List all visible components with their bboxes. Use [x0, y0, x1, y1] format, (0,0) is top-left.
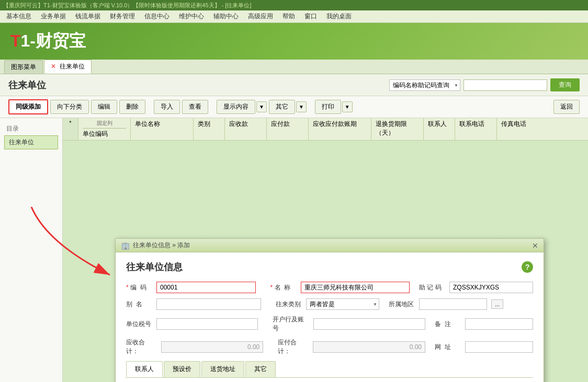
sidebar-category-label: 目录: [4, 122, 58, 135]
th-code: 单位编码: [83, 130, 108, 138]
code-label: * 编 码: [126, 283, 152, 292]
logo-rest: 1-财贸宝: [21, 31, 86, 50]
logo-t: T: [10, 31, 21, 50]
title-bar: 【重庆阿可云】T1-财贸宝体验版（客户端 V.10.0）【限时体验版使用期限还剩…: [0, 0, 588, 10]
alias-label: 别 名: [126, 300, 152, 309]
print-button[interactable]: 打印: [315, 100, 341, 114]
code-input[interactable]: [156, 282, 256, 293]
tab-partners[interactable]: ✕ 往来单位: [44, 60, 92, 74]
menu-window[interactable]: 窗口: [300, 11, 321, 22]
menu-cash-flow[interactable]: 钱流单据: [71, 11, 105, 22]
form-row-2: 别 名 往来类别 两者皆是 所属地区 ...: [126, 298, 533, 310]
alias-input[interactable]: [156, 298, 261, 310]
view-button[interactable]: 查看: [182, 100, 208, 114]
menu-finance[interactable]: 财务管理: [106, 11, 139, 22]
menu-info-center[interactable]: 信息中心: [140, 11, 174, 22]
display-button[interactable]: 显示内容: [217, 100, 255, 114]
th-period: 应收应付款账期: [309, 118, 371, 140]
th-recv: 应收款: [225, 118, 267, 140]
search-input[interactable]: [463, 79, 547, 91]
dialog-titlebar: 🏢 往来单位信息 » 添加 ✕: [116, 239, 544, 252]
page-header: 往来单位 编码名称助记码查询 查询: [0, 74, 588, 96]
tab-other[interactable]: 其它: [245, 361, 276, 377]
logo-area: T1-财贸宝: [0, 23, 588, 60]
th-type: 类别: [194, 118, 225, 140]
page-title: 往来单位: [8, 79, 46, 91]
menu-help[interactable]: 帮助: [278, 11, 299, 22]
help-icon[interactable]: ?: [522, 261, 533, 273]
other-arrow-button[interactable]: ▼: [296, 101, 307, 112]
classify-down-button[interactable]: 向下分类: [50, 100, 89, 114]
th-name: 单位名称: [131, 118, 194, 140]
fixed-col-label: 固定列: [83, 120, 126, 129]
dialog-title: 往来单位信息 » 添加: [133, 241, 190, 250]
menu-advanced[interactable]: 高级应用: [244, 11, 277, 22]
th-asterisk: *: [63, 118, 78, 140]
delete-button[interactable]: 删除: [119, 100, 145, 114]
tab-preset-price[interactable]: 预设价: [164, 361, 200, 377]
recv-sum-label: 应收合计：: [126, 338, 157, 356]
toolbar: 同级添加 向下分类 编辑 删除 导入 查看 显示内容 ▼ 其它 ▼ 打印 ▼ 返…: [0, 96, 588, 118]
menu-desktop[interactable]: 我的桌面: [322, 11, 356, 22]
tax-label: 单位税号: [126, 320, 152, 329]
search-dropdown[interactable]: 编码名称助记码查询: [389, 79, 460, 91]
region-label: 所属地区: [389, 300, 415, 309]
form-row-4: 应收合计： 应付合计： 网 址: [126, 338, 533, 356]
region-input[interactable]: [419, 298, 487, 310]
tab-delivery-address[interactable]: 送货地址: [201, 361, 244, 377]
print-arrow-button[interactable]: ▼: [342, 101, 353, 112]
assist-input[interactable]: [449, 282, 533, 293]
menu-maintain[interactable]: 维护中心: [175, 11, 208, 22]
dialog-tabs: 联系人 预设价 送货地址 其它: [126, 361, 533, 378]
tab-graphic-menu[interactable]: 图形菜单: [4, 60, 43, 74]
tab-contact[interactable]: 联系人: [126, 361, 163, 377]
form-row-3: 单位税号 开户行及账号 备 注: [126, 315, 533, 333]
th-divider: 固定列 单位编码: [78, 118, 131, 140]
website-label: 网 址: [435, 343, 461, 352]
edit-button[interactable]: 编辑: [91, 100, 117, 114]
content-area: 目录 往来单位 * 固定列 单位编码 单位名称 类别 应收款 应付款 应收应付款…: [0, 118, 588, 382]
return-button[interactable]: 返回: [553, 100, 580, 114]
display-arrow-button[interactable]: ▼: [256, 101, 267, 112]
recv-sum-input: [161, 341, 264, 353]
th-return-period: 退换货期限（天）: [371, 118, 424, 140]
bank-input[interactable]: [313, 318, 425, 330]
partner-type-label: 往来类别: [276, 300, 302, 309]
dialog-partner-info: 🏢 往来单位信息 » 添加 ✕ 往来单位信息 ? * 编 码 * 名 称: [115, 238, 544, 382]
pay-sum-input: [313, 341, 425, 353]
assist-label: 助 记 码: [419, 283, 445, 292]
partner-type-select[interactable]: 两者皆是: [306, 298, 379, 310]
partner-type-select-wrapper: 两者皆是: [306, 298, 379, 310]
logo-text: T1-财贸宝: [10, 30, 86, 53]
search-area: 编码名称助记码查询 查询: [389, 78, 580, 91]
other-button-group: 其它 ▼: [269, 100, 307, 114]
add-same-level-button[interactable]: 同级添加: [8, 99, 48, 114]
region-pick-button[interactable]: ...: [491, 299, 503, 309]
search-dropdown-wrapper: 编码名称助记码查询: [389, 79, 460, 91]
tab-close-icon[interactable]: ✕: [51, 63, 56, 70]
display-button-group: 显示内容 ▼: [217, 100, 267, 114]
dialog-title-icon: 🏢: [121, 241, 130, 250]
note-input[interactable]: [465, 318, 533, 330]
import-button[interactable]: 导入: [154, 100, 180, 114]
menu-assist[interactable]: 辅助中心: [209, 11, 243, 22]
name-label: * 名 称: [270, 283, 297, 292]
dialog-heading: 往来单位信息 ?: [126, 261, 533, 273]
sidebar: 目录 往来单位: [0, 118, 63, 382]
sidebar-item-partners[interactable]: 往来单位: [4, 135, 58, 149]
dialog-close-button[interactable]: ✕: [532, 241, 538, 250]
menu-business[interactable]: 业务单据: [37, 11, 70, 22]
bank-label: 开户行及账号: [273, 315, 309, 333]
note-label: 备 注: [435, 320, 461, 329]
th-pay: 应付款: [267, 118, 309, 140]
menu-basic-info[interactable]: 基本信息: [2, 11, 36, 22]
print-button-group: 打印 ▼: [315, 100, 353, 114]
tax-input[interactable]: [156, 318, 258, 330]
query-button[interactable]: 查询: [550, 78, 580, 91]
other-button[interactable]: 其它: [269, 100, 295, 114]
website-input[interactable]: [465, 341, 533, 353]
tab-bar: 图形菜单 ✕ 往来单位: [0, 60, 588, 74]
pay-sum-label: 应付合计：: [278, 338, 309, 356]
menu-bar: 基本信息 业务单据 钱流单据 财务管理 信息中心 维护中心 辅助中心 高级应用 …: [0, 10, 588, 23]
name-input[interactable]: [301, 282, 410, 293]
